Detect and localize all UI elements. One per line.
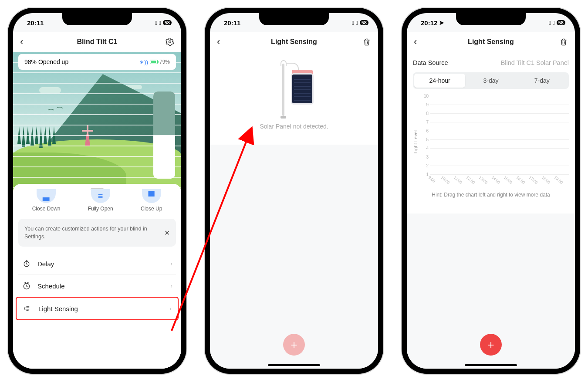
scene-illustration	[13, 52, 181, 192]
segment-7day[interactable]: 7-day	[517, 74, 568, 88]
action-label: Close Down	[32, 206, 61, 212]
back-button[interactable]: ‹	[20, 36, 30, 47]
cellular-icon: 􀙇	[352, 20, 354, 26]
x-axis-ticks: 9:0010:0011:0012:0013:0014:0015:0016:001…	[421, 175, 569, 180]
page-title: Blind Tilt C1	[77, 38, 117, 46]
grid-line: 5	[430, 139, 569, 140]
menu-label: Delay	[37, 260, 54, 268]
tilt-slider-fill	[153, 92, 175, 135]
status-time: 20:11	[224, 19, 240, 27]
screen-1: 20:11 􀙇 􀙇 58 ‹ Blind Tilt C1 98% Opened …	[13, 13, 181, 369]
battery-percent: 79%	[159, 59, 170, 65]
light-sensing-icon	[23, 304, 32, 313]
settings-button[interactable]	[164, 37, 174, 46]
y-tick-label: 7	[421, 120, 429, 125]
status-time: 20:11	[27, 19, 44, 27]
y-tick-label: 8	[421, 111, 429, 116]
close-up-button[interactable]: ▀ Close Up	[141, 196, 162, 212]
empty-message: Solar Panel not detected.	[260, 123, 328, 130]
battery-pill: 58	[163, 20, 172, 25]
tilt-slider[interactable]	[153, 92, 175, 179]
tip-close-button[interactable]: ✕	[164, 229, 170, 237]
control-panel: ▃ Close Down ≡ Fully Open ▀ Close Up You…	[13, 184, 181, 369]
segment-24hour[interactable]: 24-hour	[414, 74, 465, 88]
chart-card: Data Source Blind Tilt C1 Solar Panel 24…	[407, 51, 575, 214]
data-source-label: Data Source	[413, 59, 448, 66]
battery-pill: 58	[557, 20, 565, 25]
menu-delay[interactable]: Delay ›	[18, 253, 176, 275]
grid-line: 8	[430, 113, 569, 114]
notch	[62, 13, 132, 25]
segment-3day[interactable]: 3-day	[465, 74, 516, 88]
svg-point-4	[28, 283, 29, 284]
notch	[456, 13, 526, 25]
delete-button[interactable]	[558, 37, 568, 46]
y-tick-label: 9	[421, 102, 429, 107]
close-down-button[interactable]: ▃ Close Down	[32, 196, 61, 212]
cellular-icon: 􀙇	[155, 20, 157, 26]
y-tick-label: 4	[421, 146, 429, 151]
page-title: Light Sensing	[468, 38, 514, 46]
menu-label: Light Sensing	[38, 305, 78, 312]
location-icon: ➤	[439, 19, 444, 26]
status-icons: 􀙇 􀙇 58	[155, 20, 172, 26]
fully-open-button[interactable]: ≡ Fully Open	[88, 196, 113, 212]
chevron-right-icon: ›	[170, 282, 172, 289]
tip-banner: You can create customized actions for yo…	[18, 219, 176, 247]
grid-line: 10	[430, 96, 569, 96]
blind-status-card: 98% Opened up ∗)) 79%	[18, 54, 176, 70]
data-source-row[interactable]: Data Source Blind Tilt C1 Solar Panel	[413, 56, 569, 72]
open-percentage-label: 98% Opened up	[24, 58, 68, 65]
status-icons: 􀙇 􀙇 58	[549, 20, 565, 26]
nav-bar: ‹ Light Sensing	[407, 32, 575, 51]
action-label: Close Up	[141, 206, 162, 212]
grid-line: 6	[430, 131, 569, 131]
schedule-icon	[22, 281, 31, 291]
close-down-icon: ▃	[37, 189, 56, 203]
tip-text: You can create customized actions for yo…	[24, 225, 160, 241]
menu-schedule[interactable]: Schedule ›	[18, 275, 176, 297]
page-title: Light Sensing	[271, 38, 317, 46]
y-tick-label: 10	[421, 94, 429, 98]
wifi-icon: 􀙇	[356, 20, 358, 26]
back-button[interactable]: ‹	[217, 36, 227, 47]
y-tick-label: 6	[421, 129, 429, 133]
menu-list: Delay › Schedule ›	[18, 253, 176, 320]
chart[interactable]: Light Level 10987654321 9:0010:0011:0012…	[413, 96, 569, 180]
delay-icon	[22, 259, 31, 268]
back-button[interactable]: ‹	[414, 36, 424, 47]
y-tick-label: 1	[421, 172, 429, 177]
menu-light-sensing[interactable]: Light Sensing ›	[16, 297, 179, 320]
home-indicator[interactable]	[465, 364, 517, 366]
chart-grid: 10987654321	[421, 96, 569, 174]
range-segmented-control: 24-hour 3-day 7-day	[413, 72, 569, 89]
y-tick-label: 3	[421, 155, 429, 159]
screen-2: 20:11 􀙇 􀙇 58 ‹ Light Sensing	[210, 13, 378, 369]
status-icons: 􀙇 􀙇 58	[352, 20, 368, 26]
home-indicator[interactable]	[268, 364, 320, 366]
svg-point-0	[169, 41, 171, 43]
phone-frame-3: 20:12 ➤ 􀙇 􀙇 58 ‹ Light Sensing Data Sour…	[402, 8, 580, 374]
quick-actions: ▃ Close Down ≡ Fully Open ▀ Close Up	[18, 193, 176, 217]
phone-frame-1: 20:11 􀙇 􀙇 58 ‹ Blind Tilt C1 98% Opened …	[8, 8, 186, 374]
action-label: Fully Open	[88, 206, 113, 212]
solar-panel-icon	[274, 60, 314, 117]
y-axis-label: Light Level	[413, 122, 418, 153]
delete-button[interactable]	[361, 37, 371, 46]
empty-state: Solar Panel not detected.	[210, 51, 378, 145]
add-button[interactable]: +	[283, 334, 305, 356]
nav-bar: ‹ Light Sensing	[210, 32, 378, 51]
add-button[interactable]: +	[480, 334, 502, 356]
y-tick-label: 5	[421, 137, 429, 142]
cellular-icon: 􀙇	[549, 20, 551, 26]
grid-line: 9	[430, 105, 569, 105]
screen-3: 20:12 ➤ 􀙇 􀙇 58 ‹ Light Sensing Data Sour…	[407, 13, 575, 369]
wifi-icon: 􀙇	[159, 20, 161, 26]
notch	[259, 13, 329, 25]
nav-bar: ‹ Blind Tilt C1	[13, 32, 181, 51]
svg-point-3	[25, 283, 26, 284]
phone-frame-2: 20:11 􀙇 􀙇 58 ‹ Light Sensing	[205, 8, 383, 374]
wifi-icon: 􀙇	[553, 20, 555, 26]
data-source-value: Blind Tilt C1 Solar Panel	[501, 59, 569, 66]
fully-open-icon: ≡	[91, 189, 110, 203]
